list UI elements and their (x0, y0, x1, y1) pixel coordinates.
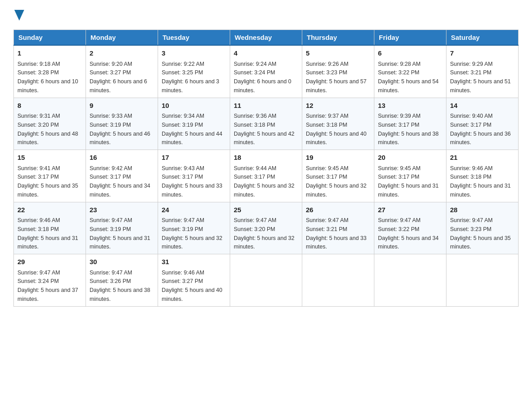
calendar-cell: 4 Sunrise: 9:24 AMSunset: 3:24 PMDayligh… (230, 45, 302, 98)
calendar-body: 1 Sunrise: 9:18 AMSunset: 3:28 PMDayligh… (14, 45, 519, 306)
day-info: Sunrise: 9:45 AMSunset: 3:17 PMDaylight:… (306, 165, 367, 198)
calendar-cell: 28 Sunrise: 9:47 AMSunset: 3:23 PMDaylig… (446, 202, 519, 254)
day-number: 31 (162, 257, 226, 267)
day-number: 4 (234, 48, 298, 59)
day-number: 23 (90, 205, 154, 215)
day-info: Sunrise: 9:29 AMSunset: 3:21 PMDaylight:… (450, 61, 511, 94)
day-info: Sunrise: 9:22 AMSunset: 3:25 PMDaylight:… (162, 61, 219, 94)
calendar-week-1: 1 Sunrise: 9:18 AMSunset: 3:28 PMDayligh… (14, 45, 519, 98)
logo (13, 9, 24, 21)
logo-triangle-icon (14, 10, 24, 21)
weekday-header-sunday: Sunday (14, 30, 86, 46)
calendar-cell: 6 Sunrise: 9:28 AMSunset: 3:22 PMDayligh… (374, 45, 446, 98)
weekday-header-saturday: Saturday (446, 30, 519, 46)
calendar-cell: 25 Sunrise: 9:47 AMSunset: 3:20 PMDaylig… (230, 202, 302, 254)
day-info: Sunrise: 9:47 AMSunset: 3:24 PMDaylight:… (17, 270, 78, 302)
day-number: 7 (450, 48, 515, 59)
calendar-cell: 19 Sunrise: 9:45 AMSunset: 3:17 PMDaylig… (302, 150, 374, 202)
calendar-cell: 13 Sunrise: 9:39 AMSunset: 3:17 PMDaylig… (374, 98, 446, 150)
svg-marker-0 (14, 10, 24, 21)
calendar-cell: 29 Sunrise: 9:47 AMSunset: 3:24 PMDaylig… (14, 254, 86, 307)
day-number: 11 (234, 101, 298, 111)
day-info: Sunrise: 9:47 AMSunset: 3:19 PMDaylight:… (90, 217, 150, 250)
calendar-cell: 12 Sunrise: 9:37 AMSunset: 3:18 PMDaylig… (302, 98, 374, 150)
day-info: Sunrise: 9:41 AMSunset: 3:17 PMDaylight:… (17, 165, 78, 198)
day-number: 3 (162, 48, 226, 59)
day-info: Sunrise: 9:28 AMSunset: 3:22 PMDaylight:… (378, 61, 439, 94)
day-number: 9 (90, 101, 154, 111)
calendar-cell: 17 Sunrise: 9:43 AMSunset: 3:17 PMDaylig… (158, 150, 230, 202)
day-number: 14 (450, 101, 515, 111)
weekday-header-row: SundayMondayTuesdayWednesdayThursdayFrid… (14, 30, 519, 46)
day-number: 29 (17, 257, 82, 267)
calendar-cell: 23 Sunrise: 9:47 AMSunset: 3:19 PMDaylig… (86, 202, 158, 254)
weekday-header-thursday: Thursday (302, 30, 374, 46)
day-info: Sunrise: 9:47 AMSunset: 3:21 PMDaylight:… (306, 217, 367, 250)
day-info: Sunrise: 9:47 AMSunset: 3:23 PMDaylight:… (450, 217, 511, 250)
calendar-cell: 24 Sunrise: 9:47 AMSunset: 3:19 PMDaylig… (158, 202, 230, 254)
calendar-cell: 10 Sunrise: 9:34 AMSunset: 3:19 PMDaylig… (158, 98, 230, 150)
day-number: 30 (90, 257, 154, 267)
day-number: 6 (378, 48, 442, 59)
calendar-cell: 18 Sunrise: 9:44 AMSunset: 3:17 PMDaylig… (230, 150, 302, 202)
day-number: 1 (17, 48, 82, 59)
calendar-cell: 11 Sunrise: 9:36 AMSunset: 3:18 PMDaylig… (230, 98, 302, 150)
day-number: 28 (450, 205, 515, 215)
day-number: 12 (306, 101, 370, 111)
day-number: 19 (306, 153, 370, 163)
day-number: 25 (234, 205, 298, 215)
day-info: Sunrise: 9:18 AMSunset: 3:28 PMDaylight:… (17, 61, 78, 94)
day-info: Sunrise: 9:26 AMSunset: 3:23 PMDaylight:… (306, 61, 367, 94)
calendar-week-2: 8 Sunrise: 9:31 AMSunset: 3:20 PMDayligh… (14, 98, 519, 150)
day-number: 10 (162, 101, 226, 111)
calendar-cell (446, 254, 519, 307)
day-info: Sunrise: 9:44 AMSunset: 3:17 PMDaylight:… (234, 165, 295, 198)
day-info: Sunrise: 9:34 AMSunset: 3:19 PMDaylight:… (162, 113, 223, 146)
calendar-cell: 9 Sunrise: 9:33 AMSunset: 3:19 PMDayligh… (86, 98, 158, 150)
weekday-header-tuesday: Tuesday (158, 30, 230, 46)
calendar-cell: 2 Sunrise: 9:20 AMSunset: 3:27 PMDayligh… (86, 45, 158, 98)
day-number: 17 (162, 153, 226, 163)
day-info: Sunrise: 9:46 AMSunset: 3:18 PMDaylight:… (17, 217, 78, 250)
day-info: Sunrise: 9:46 AMSunset: 3:27 PMDaylight:… (162, 270, 223, 302)
calendar-week-5: 29 Sunrise: 9:47 AMSunset: 3:24 PMDaylig… (14, 254, 519, 307)
day-number: 2 (90, 48, 154, 59)
calendar-week-4: 22 Sunrise: 9:46 AMSunset: 3:18 PMDaylig… (14, 202, 519, 254)
calendar-cell: 22 Sunrise: 9:46 AMSunset: 3:18 PMDaylig… (14, 202, 86, 254)
day-info: Sunrise: 9:31 AMSunset: 3:20 PMDaylight:… (17, 113, 78, 146)
calendar-cell: 15 Sunrise: 9:41 AMSunset: 3:17 PMDaylig… (14, 150, 86, 202)
day-number: 13 (378, 101, 442, 111)
calendar-cell: 27 Sunrise: 9:47 AMSunset: 3:22 PMDaylig… (374, 202, 446, 254)
calendar-cell: 26 Sunrise: 9:47 AMSunset: 3:21 PMDaylig… (302, 202, 374, 254)
calendar-cell: 5 Sunrise: 9:26 AMSunset: 3:23 PMDayligh… (302, 45, 374, 98)
calendar-cell (230, 254, 302, 307)
day-number: 27 (378, 205, 442, 215)
day-info: Sunrise: 9:37 AMSunset: 3:18 PMDaylight:… (306, 113, 367, 146)
day-info: Sunrise: 9:33 AMSunset: 3:19 PMDaylight:… (90, 113, 150, 146)
day-number: 22 (17, 205, 82, 215)
day-number: 15 (17, 153, 82, 163)
calendar-cell: 31 Sunrise: 9:46 AMSunset: 3:27 PMDaylig… (158, 254, 230, 307)
day-number: 21 (450, 153, 515, 163)
day-number: 5 (306, 48, 370, 59)
calendar-cell: 30 Sunrise: 9:47 AMSunset: 3:26 PMDaylig… (86, 254, 158, 307)
day-number: 24 (162, 205, 226, 215)
weekday-header-wednesday: Wednesday (230, 30, 302, 46)
calendar-cell: 1 Sunrise: 9:18 AMSunset: 3:28 PMDayligh… (14, 45, 86, 98)
calendar-table: SundayMondayTuesdayWednesdayThursdayFrid… (13, 30, 519, 307)
logo-line1 (13, 9, 24, 21)
day-info: Sunrise: 9:42 AMSunset: 3:17 PMDaylight:… (90, 165, 150, 198)
logo-text-block (13, 9, 24, 21)
calendar-cell: 3 Sunrise: 9:22 AMSunset: 3:25 PMDayligh… (158, 45, 230, 98)
calendar-cell: 7 Sunrise: 9:29 AMSunset: 3:21 PMDayligh… (446, 45, 519, 98)
calendar-header: SundayMondayTuesdayWednesdayThursdayFrid… (14, 30, 519, 46)
calendar-cell: 14 Sunrise: 9:40 AMSunset: 3:17 PMDaylig… (446, 98, 519, 150)
day-number: 20 (378, 153, 442, 163)
weekday-header-monday: Monday (86, 30, 158, 46)
day-info: Sunrise: 9:24 AMSunset: 3:24 PMDaylight:… (234, 61, 292, 94)
day-info: Sunrise: 9:39 AMSunset: 3:17 PMDaylight:… (378, 113, 439, 146)
calendar-week-3: 15 Sunrise: 9:41 AMSunset: 3:17 PMDaylig… (14, 150, 519, 202)
day-info: Sunrise: 9:36 AMSunset: 3:18 PMDaylight:… (234, 113, 295, 146)
day-number: 8 (17, 101, 82, 111)
calendar-cell: 21 Sunrise: 9:46 AMSunset: 3:18 PMDaylig… (446, 150, 519, 202)
